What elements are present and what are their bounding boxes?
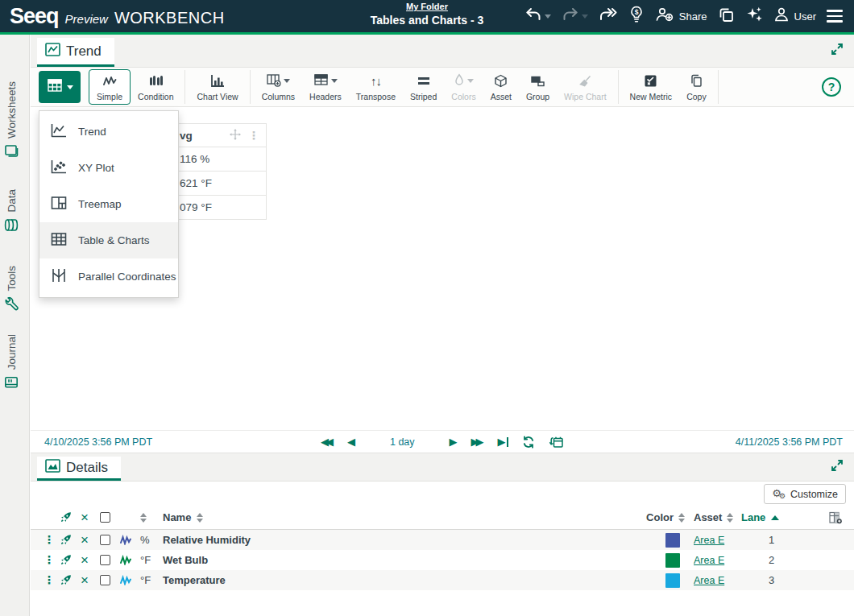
item-name[interactable]: Wet Bulb	[163, 554, 628, 566]
remove-item-icon[interactable]: ×	[81, 553, 100, 567]
customize-button[interactable]: ⚙⚙ Customize	[764, 484, 846, 504]
menu-item-xy-plot[interactable]: XY Plot	[39, 150, 178, 186]
details-expand-icon[interactable]	[830, 458, 844, 476]
chart-view-button[interactable]: Chart View	[189, 69, 245, 105]
sidebar-item-data[interactable]: Data	[4, 189, 19, 233]
help-button[interactable]: ?	[822, 77, 841, 97]
row-checkbox[interactable]	[100, 575, 110, 585]
question-mark-icon: ?	[828, 81, 835, 93]
share-button[interactable]: Share	[655, 6, 707, 26]
data-icon	[4, 218, 19, 233]
redo-caret-icon[interactable]	[582, 14, 588, 19]
menu-item-parallel-coordinates[interactable]: Parallel Coordinates	[39, 258, 178, 295]
remove-item-icon[interactable]: ×	[81, 533, 100, 547]
simple-mode-button[interactable]: Simple	[89, 69, 131, 105]
color-swatch[interactable]	[665, 533, 680, 548]
transpose-button[interactable]: ↑↓ Transpose	[349, 69, 403, 105]
send-rocket-icon[interactable]	[60, 574, 81, 586]
menu-item-treemap[interactable]: Treemap	[39, 186, 178, 222]
copy-label: Copy	[686, 92, 707, 101]
toolbar-separator	[184, 70, 185, 104]
item-name[interactable]: Temperature	[163, 574, 628, 586]
range-end-time[interactable]: 4/11/2025 3:56 PM PDT	[736, 436, 843, 448]
sort-color-icon[interactable]	[678, 513, 685, 523]
step-forward-icon[interactable]: ▶	[450, 436, 458, 447]
asset-link[interactable]: Area E	[689, 575, 741, 586]
details-row-temperature[interactable]: ⋮ × °F Temperature Area E 3	[31, 570, 854, 590]
add-column-icon[interactable]	[802, 511, 843, 524]
sidebar-item-journal[interactable]: Journal	[4, 334, 19, 390]
menu-item-table-charts[interactable]: Table & Charts	[39, 222, 178, 258]
menu-item-trend[interactable]: Trend	[39, 114, 178, 150]
asset-button[interactable]: Asset	[483, 69, 519, 105]
item-name[interactable]: Relative Humidity	[163, 534, 628, 546]
send-rocket-icon[interactable]	[60, 534, 81, 546]
sort-unit-icon[interactable]	[140, 513, 163, 523]
step-to-now-icon[interactable]: ▶	[498, 436, 509, 447]
step-back-icon[interactable]: ◀	[347, 436, 355, 447]
row-menu-icon[interactable]: ⋮	[44, 555, 60, 565]
new-metric-label: New Metric	[630, 92, 673, 101]
group-button[interactable]: Group	[519, 69, 557, 105]
sort-ascending-icon[interactable]	[771, 515, 779, 520]
colors-button[interactable]: Colors	[444, 69, 483, 105]
tab-trend[interactable]: Trend	[37, 38, 114, 67]
column-header-color[interactable]: Color	[646, 511, 674, 523]
sort-name-icon[interactable]	[197, 513, 203, 523]
headers-button[interactable]: Headers	[302, 69, 349, 105]
app-logo[interactable]: Seeq Preview WORKBENCH	[0, 4, 225, 29]
undo-button[interactable]	[524, 6, 551, 26]
row-menu-icon[interactable]: ⋮	[44, 575, 60, 585]
refresh-icon[interactable]	[522, 436, 535, 449]
row-menu-icon[interactable]: ⋮	[44, 535, 60, 545]
asset-link[interactable]: Area E	[689, 535, 741, 546]
trend-expand-icon[interactable]	[830, 42, 844, 60]
duration-label[interactable]: 1 day	[390, 436, 415, 448]
undo-caret-icon[interactable]	[545, 14, 551, 19]
redo-button[interactable]	[562, 6, 588, 26]
color-swatch[interactable]	[665, 553, 680, 568]
send-all-rocket-icon[interactable]	[60, 511, 81, 523]
new-metric-button[interactable]: New Metric	[623, 69, 680, 105]
logo-workbench: WORKBENCH	[114, 9, 225, 27]
remove-item-icon[interactable]: ×	[81, 573, 100, 587]
asset-link[interactable]: Area E	[689, 555, 741, 566]
breadcrumb-folder-link[interactable]: My Folder	[406, 2, 448, 11]
row-checkbox[interactable]	[100, 555, 110, 565]
sidebar-item-tools[interactable]: Tools	[4, 266, 19, 312]
step-forward-double-icon[interactable]: ▶▶	[471, 436, 484, 447]
worksheets-panel-button[interactable]	[718, 6, 735, 26]
color-swatch[interactable]	[665, 573, 680, 588]
tab-details[interactable]: Details	[37, 457, 121, 481]
column-header-name[interactable]: Name	[163, 511, 191, 523]
user-menu-button[interactable]: User	[773, 6, 816, 26]
details-row-relative-humidity[interactable]: ⋮ × % Relative Humidity Area E 1	[31, 530, 854, 550]
select-all-checkbox[interactable]	[100, 512, 110, 523]
step-back-double-icon[interactable]: ◀◀	[321, 436, 334, 447]
columns-button[interactable]: Columns	[255, 69, 302, 105]
column-menu-icon[interactable]: ⋮	[248, 130, 259, 141]
remove-all-icon[interactable]: ×	[81, 511, 100, 524]
view-selector-menu: Trend XY Plot Treemap Table & Charts	[39, 110, 179, 298]
hamburger-menu-icon[interactable]	[827, 10, 843, 23]
send-rocket-icon[interactable]	[60, 554, 81, 566]
sort-asset-icon[interactable]	[727, 513, 733, 523]
suggestions-button[interactable]: $	[628, 6, 645, 27]
move-column-icon[interactable]	[230, 129, 241, 143]
condition-mode-button[interactable]: Condition	[131, 69, 180, 105]
sidebar-item-worksheets[interactable]: Worksheets	[4, 81, 19, 159]
details-row-wet-bulb[interactable]: ⋮ × °F Wet Bulb Area E 2	[31, 550, 854, 570]
range-start-time[interactable]: 4/10/2025 3:56 PM PDT	[44, 436, 152, 448]
row-checkbox[interactable]	[100, 535, 110, 545]
auto-update-calendar-icon[interactable]	[549, 436, 564, 449]
striped-button[interactable]: Striped	[403, 69, 444, 105]
column-header-asset[interactable]: Asset	[694, 511, 722, 523]
view-selector-button[interactable]	[39, 71, 81, 103]
ai-assistant-button[interactable]	[745, 6, 763, 27]
column-header-lane[interactable]: Lane	[741, 511, 765, 523]
redo-all-button[interactable]	[599, 6, 618, 26]
user-icon	[773, 6, 790, 26]
sparkles-icon	[745, 6, 763, 27]
wipe-chart-button[interactable]: Wipe Chart	[557, 69, 614, 105]
copy-button[interactable]: Copy	[679, 69, 714, 105]
